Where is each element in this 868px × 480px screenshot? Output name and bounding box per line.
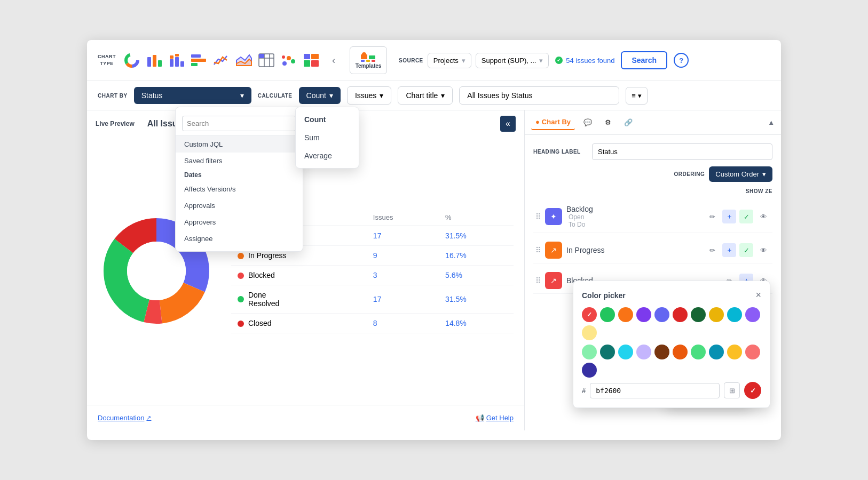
issues-select[interactable]: Issues ▾ <box>347 86 391 105</box>
swatch-indigo[interactable] <box>654 307 669 322</box>
swatch-red[interactable] <box>582 307 597 322</box>
color-input-row: # ⊞ ✓ <box>582 382 761 399</box>
color-settings-button[interactable]: ⊞ <box>724 382 740 398</box>
toggle-icon[interactable]: ‹ <box>324 51 343 70</box>
swatch-salmon[interactable] <box>745 345 760 359</box>
dropdown-item-affects-version[interactable]: Affects Version/s <box>176 181 303 197</box>
heading-label-input[interactable] <box>592 143 772 160</box>
edit-inprogress[interactable]: ✏ <box>705 243 719 257</box>
swatch-lavender[interactable] <box>636 345 651 359</box>
line-chart-icon[interactable] <box>212 51 231 70</box>
get-help-link[interactable]: 📢 Get Help <box>476 414 514 422</box>
help-button[interactable]: ? <box>674 53 689 68</box>
eye-backlog[interactable]: 👁 <box>756 210 770 223</box>
swatch-lightgreen[interactable] <box>582 345 597 359</box>
heatmap-icon[interactable] <box>302 51 321 70</box>
ordering-select[interactable]: Custom Order ▾ <box>709 166 772 182</box>
donut-chart-icon[interactable] <box>122 51 141 70</box>
right-panel-tabs: ● Chart By 💬 ⚙ 🔗 ▲ <box>525 110 781 135</box>
color-confirm-button[interactable]: ✓ <box>744 382 761 399</box>
add-inprogress[interactable]: ＋ <box>722 243 736 257</box>
color-swatches-row1 <box>582 307 761 340</box>
dropdown-item-saved-filters[interactable]: Saved filters <box>176 153 303 169</box>
swatch-amber[interactable] <box>727 345 742 359</box>
search-button[interactable]: Search <box>621 51 667 69</box>
table-row: Blocked 3 5.6% <box>231 265 514 285</box>
swatch-yellow[interactable] <box>709 307 724 322</box>
eye-inprogress[interactable]: 👁 <box>756 243 770 257</box>
chart-by-select[interactable]: Status ▾ <box>134 87 251 104</box>
drag-handle-blocked[interactable]: ⠿ <box>535 276 541 285</box>
swatch-teal[interactable] <box>600 345 615 359</box>
filter-button[interactable]: ≡ ▾ <box>626 87 648 105</box>
source-label: SOURCE <box>399 58 423 63</box>
horizontal-bar-icon[interactable] <box>190 51 209 70</box>
swatch-green[interactable] <box>600 307 615 322</box>
dropdown-item-custom-jql[interactable]: Custom JQL <box>176 136 303 153</box>
projects-select[interactable]: Projects ▾ <box>428 53 471 68</box>
templates-button[interactable]: Templates <box>350 46 387 74</box>
chart-title-input[interactable] <box>459 86 619 105</box>
dropdown-search-input[interactable] <box>182 116 296 131</box>
edit-backlog[interactable]: ✏ <box>705 210 719 223</box>
status-blocked: Blocked <box>231 265 367 285</box>
count-option-sum[interactable]: Sum <box>296 129 359 147</box>
table-chart-icon[interactable] <box>257 51 276 70</box>
swatch-medcyan[interactable] <box>709 345 724 359</box>
count-option-average[interactable]: Average <box>296 147 359 165</box>
svg-point-31 <box>362 52 366 57</box>
backlog-name-area: Backlog Open To Do <box>566 205 701 228</box>
count-select[interactable]: Count ▾ <box>299 87 341 104</box>
tab-chart-by[interactable]: ● Chart By <box>531 115 575 130</box>
add-backlog[interactable]: ＋ <box>722 210 736 223</box>
dropdown-item-approvals[interactable]: Approvals <box>176 197 303 214</box>
collapse-right-button[interactable]: ▲ <box>768 118 775 126</box>
svg-rect-12 <box>191 54 201 58</box>
svg-rect-35 <box>372 60 375 62</box>
swatch-darkorange[interactable] <box>673 345 688 359</box>
swatch-orange[interactable] <box>618 307 633 322</box>
swatch-violet[interactable] <box>745 307 760 322</box>
comment-icon: 💬 <box>583 118 592 126</box>
drag-handle-backlog[interactable]: ⠿ <box>535 212 541 221</box>
swatch-brown[interactable] <box>654 345 669 359</box>
tab-settings[interactable]: ⚙ <box>601 115 616 130</box>
bar-chart-icon[interactable] <box>145 51 164 70</box>
check-inprogress[interactable]: ✓ <box>739 243 753 257</box>
check-backlog[interactable]: ✓ <box>739 210 753 223</box>
swatch-medgreen[interactable] <box>691 345 706 359</box>
drag-handle-inprogress[interactable]: ⠿ <box>535 246 541 254</box>
count-option-count[interactable]: Count <box>296 110 359 129</box>
backlog-sub-todo: To Do <box>569 221 585 228</box>
area-chart-icon[interactable] <box>234 51 254 70</box>
swatch-lightyellow[interactable] <box>582 325 597 340</box>
swatch-navy[interactable] <box>582 363 597 378</box>
chart-title-select[interactable]: Chart title ▾ <box>398 86 453 105</box>
stacked-bar-icon[interactable] <box>167 51 186 70</box>
inprogress-actions: ✏ ＋ ✓ 👁 <box>705 243 770 257</box>
issues-backlog: 17 <box>367 226 439 245</box>
swatch-purple[interactable] <box>636 307 651 322</box>
tab-comment[interactable]: 💬 <box>579 115 596 130</box>
dropdown-item-assignee[interactable]: Assignee <box>176 230 303 247</box>
backlog-sub-items: Open To Do <box>566 213 701 228</box>
collapse-button[interactable]: « <box>500 116 516 132</box>
swatch-lightcyan[interactable] <box>618 345 633 359</box>
color-picker-close[interactable]: × <box>755 290 761 301</box>
scatter-chart-icon[interactable] <box>279 51 298 70</box>
support-select[interactable]: Support (SUP), ... ▾ <box>476 53 549 68</box>
issues-link[interactable]: 54 issues found <box>566 57 614 65</box>
chart-preview-area: Status Issues % Backlog 17 31.5% <box>87 137 524 405</box>
issues-blocked: 3 <box>367 265 439 285</box>
swatch-darkgreen[interactable] <box>691 307 706 322</box>
svg-rect-33 <box>361 60 365 62</box>
color-hex-input[interactable] <box>590 383 720 398</box>
live-preview-label: Live Preview <box>96 120 135 127</box>
svg-rect-5 <box>153 55 156 67</box>
swatch-cyan[interactable] <box>727 307 742 322</box>
dropdown-item-approvers[interactable]: Approvers <box>176 214 303 230</box>
documentation-link[interactable]: Documentation ↗ <box>98 414 151 422</box>
tab-link[interactable]: 🔗 <box>620 115 637 130</box>
swatch-darkred[interactable] <box>673 307 688 322</box>
status-item-backlog: ⠿ ✦ Backlog Open To Do <box>533 201 772 233</box>
